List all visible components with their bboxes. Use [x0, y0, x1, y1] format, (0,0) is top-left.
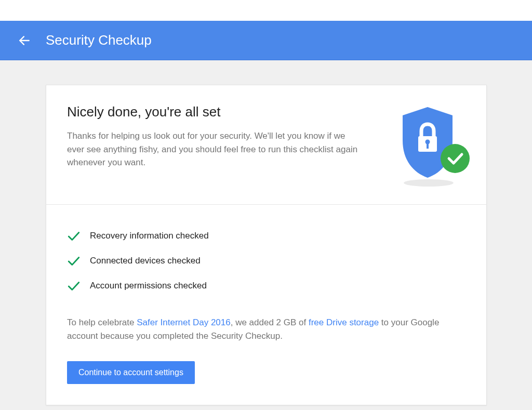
check-item: Recovery information checked	[67, 223, 466, 248]
checkmark-icon	[67, 254, 81, 268]
card-bottom-section: Recovery information checked Connected d…	[46, 205, 486, 405]
checkmark-icon	[67, 229, 81, 243]
card-heading: Nicely done, you're all set	[67, 104, 380, 120]
footer-pre: To help celebrate	[67, 318, 137, 327]
check-list: Recovery information checked Connected d…	[67, 223, 466, 298]
checkmark-icon	[67, 279, 81, 293]
check-label: Recovery information checked	[90, 231, 209, 241]
svg-rect-4	[427, 143, 429, 149]
drive-storage-link[interactable]: free Drive storage	[309, 318, 379, 327]
continue-button[interactable]: Continue to account settings	[67, 361, 195, 384]
arrow-left-icon	[18, 34, 31, 47]
page-title: Security Checkup	[46, 32, 152, 48]
check-item: Account permissions checked	[67, 273, 466, 298]
check-label: Account permissions checked	[90, 281, 207, 291]
content-area: Nicely done, you're all set Thanks for h…	[0, 60, 532, 405]
card-subtext: Thanks for helping us look out for your …	[67, 129, 358, 169]
header-bar: Security Checkup	[0, 21, 532, 60]
window-top-gap	[0, 0, 532, 21]
check-item: Connected devices checked	[67, 248, 466, 273]
security-card: Nicely done, you're all set Thanks for h…	[46, 85, 487, 405]
svg-point-1	[404, 179, 454, 187]
footer-text: To help celebrate Safer Internet Day 201…	[67, 316, 466, 343]
safer-internet-day-link[interactable]: Safer Internet Day 2016	[137, 318, 231, 327]
card-top-section: Nicely done, you're all set Thanks for h…	[46, 85, 486, 205]
card-text-block: Nicely done, you're all set Thanks for h…	[67, 104, 380, 190]
back-button[interactable]	[18, 34, 31, 47]
footer-mid: , we added 2 GB of	[231, 318, 309, 327]
svg-point-5	[441, 144, 470, 173]
shield-illustration	[390, 104, 471, 190]
check-label: Connected devices checked	[90, 256, 201, 266]
